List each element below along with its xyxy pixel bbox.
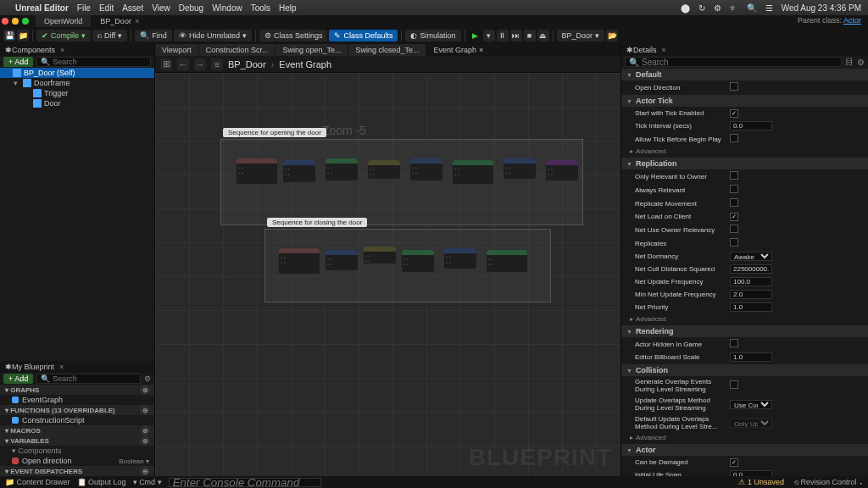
- blueprint-item[interactable]: EventGraph: [0, 395, 154, 405]
- hide-unrelated-button[interactable]: 👁 Hide Unrelated ▾: [174, 30, 252, 42]
- group-header[interactable]: ▾ FUNCTIONS (13 OVERRIDABLE)⊕: [0, 405, 154, 415]
- checkbox[interactable]: [730, 458, 738, 467]
- property-input[interactable]: [730, 121, 772, 130]
- checkbox[interactable]: [730, 198, 738, 207]
- editor-tab[interactable]: Construction Scr...: [199, 44, 275, 56]
- diff-button[interactable]: ⎌ Diff ▾: [92, 30, 127, 42]
- details-search[interactable]: 🔍 Search: [625, 57, 842, 67]
- checkbox[interactable]: [730, 82, 738, 91]
- gear-icon[interactable]: ⚙: [857, 58, 865, 67]
- browse-icon[interactable]: 📁: [17, 30, 29, 42]
- menu-tools[interactable]: Tools: [251, 3, 270, 13]
- graph-node[interactable]: ◦ ◦◦ ◦: [401, 249, 435, 273]
- play-options-icon[interactable]: ▾: [483, 30, 495, 42]
- breadcrumb-graph[interactable]: Event Graph: [279, 59, 331, 69]
- graph-node[interactable]: ◦ ◦◦ ◦: [282, 159, 316, 183]
- add-blueprint-button[interactable]: + Add: [3, 374, 33, 384]
- gear-icon[interactable]: ⚙: [144, 374, 151, 383]
- graph-node[interactable]: ◦ ◦◦ ◦: [363, 246, 397, 264]
- close-icon[interactable]: ×: [60, 46, 64, 54]
- breadcrumb-asset[interactable]: BP_Door: [228, 59, 266, 69]
- add-icon[interactable]: ⊕: [141, 406, 149, 414]
- checkbox[interactable]: [730, 171, 738, 180]
- property-input[interactable]: [730, 290, 772, 299]
- editor-tab[interactable]: Swing open_Te...: [275, 44, 348, 56]
- add-icon[interactable]: ⊕: [141, 436, 149, 445]
- compile-button[interactable]: ✔ Compile ▾: [36, 30, 91, 42]
- component-item[interactable]: Door: [0, 98, 154, 108]
- group-header[interactable]: ▾ EVENT DISPATCHERS⊕: [0, 466, 154, 476]
- checkbox[interactable]: [730, 380, 738, 389]
- component-item[interactable]: Trigger: [0, 88, 154, 98]
- checkbox[interactable]: [730, 134, 738, 142]
- graph-node[interactable]: ◦ ◦◦ ◦: [545, 159, 579, 181]
- close-window-icon[interactable]: [2, 18, 8, 25]
- content-drawer-button[interactable]: 📁 Content Drawer: [5, 478, 70, 486]
- details-section-header[interactable]: ▼Default: [621, 68, 868, 80]
- property-input[interactable]: [730, 352, 772, 362]
- advanced-toggle[interactable]: ▸ Advanced: [621, 313, 868, 324]
- menu-file[interactable]: File: [77, 3, 91, 13]
- menu-edit[interactable]: Edit: [99, 3, 114, 13]
- blueprint-item[interactable]: ConstructionScript: [0, 415, 154, 425]
- graph-node[interactable]: ◦ ◦◦ ◦: [443, 247, 477, 269]
- find-button[interactable]: 🔍 Find: [135, 30, 172, 42]
- component-item[interactable]: BP_Door (Self): [0, 68, 154, 78]
- component-item[interactable]: ▾Doorframe: [0, 78, 154, 88]
- eject-icon[interactable]: ⏏: [537, 30, 549, 42]
- skip-icon[interactable]: ⏭: [510, 30, 522, 42]
- property-input[interactable]: [730, 470, 772, 476]
- property-select[interactable]: Use Config Default: [730, 400, 772, 409]
- details-section-header[interactable]: ▼Rendering: [621, 324, 868, 337]
- console-input[interactable]: [169, 478, 321, 487]
- details-section-header[interactable]: ▼Collision: [621, 363, 868, 376]
- minimize-window-icon[interactable]: [12, 18, 19, 25]
- output-log-button[interactable]: 📋 Output Log: [77, 478, 126, 486]
- graph-node[interactable]: ◦ ◦◦ ◦: [325, 158, 359, 181]
- graph-icon[interactable]: ⊞: [160, 58, 172, 70]
- menu-help[interactable]: Help: [279, 3, 297, 13]
- class-settings-button[interactable]: ⚙ Class Settings: [259, 30, 328, 42]
- menu-asset[interactable]: Asset: [122, 3, 143, 13]
- property-input[interactable]: [730, 302, 772, 312]
- revision-control-button[interactable]: ⎋ Revision Control ▾: [794, 478, 863, 486]
- graph-node[interactable]: ◦ ◦◦ ◦: [486, 249, 528, 273]
- settings-icon[interactable]: ⚙: [714, 3, 721, 13]
- clock[interactable]: Wed Aug 23 4:36 PM: [782, 3, 861, 13]
- status-icon[interactable]: ⬤: [681, 3, 690, 13]
- stop-icon[interactable]: ■: [524, 30, 536, 42]
- menu-window[interactable]: Window: [212, 3, 242, 13]
- property-input[interactable]: [730, 264, 772, 274]
- nav-back-icon[interactable]: ←: [177, 58, 189, 70]
- parent-class-link[interactable]: Actor: [843, 16, 861, 25]
- nav-forward-icon[interactable]: →: [194, 58, 206, 70]
- details-panel-header[interactable]: ✱ Details×: [621, 44, 868, 56]
- checkbox[interactable]: [730, 213, 738, 221]
- save-icon[interactable]: 💾: [3, 30, 15, 42]
- control-center-icon[interactable]: ☰: [765, 3, 773, 13]
- blueprint-item[interactable]: Open directionBoolean ▾: [0, 456, 154, 466]
- tab-level[interactable]: OpenWorld: [36, 15, 91, 27]
- checkbox[interactable]: [730, 109, 738, 118]
- graph-node[interactable]: ◦ ◦◦ ◦: [236, 158, 278, 185]
- pause-icon[interactable]: ⏸: [497, 30, 509, 42]
- variable-category[interactable]: ▾ Components: [0, 446, 154, 456]
- checkbox[interactable]: [730, 225, 738, 233]
- checkbox[interactable]: [730, 339, 738, 347]
- myblueprint-panel-header[interactable]: ✱ My Blueprint×: [0, 361, 154, 373]
- checkbox[interactable]: [730, 238, 738, 247]
- group-header[interactable]: ▾ GRAPHS⊕: [0, 385, 154, 395]
- close-icon[interactable]: ×: [479, 46, 483, 54]
- property-select[interactable]: Awake: [730, 252, 772, 261]
- unsaved-indicator[interactable]: ⚠ 1 Unsaved: [738, 478, 784, 486]
- sync-icon[interactable]: ↻: [698, 3, 705, 13]
- add-icon[interactable]: ⊕: [141, 467, 149, 475]
- details-section-header[interactable]: ▼Actor: [621, 443, 868, 456]
- advanced-toggle[interactable]: ▸ Advanced: [621, 146, 868, 157]
- traffic-lights[interactable]: [2, 18, 29, 25]
- bp-dropdown[interactable]: BP_Door ▾: [557, 30, 605, 42]
- graph-node[interactable]: ◦ ◦◦ ◦: [278, 247, 320, 274]
- myblueprint-search[interactable]: 🔍 Search: [36, 374, 141, 384]
- graph-node[interactable]: ◦ ◦◦ ◦: [452, 159, 494, 185]
- class-defaults-button[interactable]: ✎ Class Defaults: [329, 30, 398, 42]
